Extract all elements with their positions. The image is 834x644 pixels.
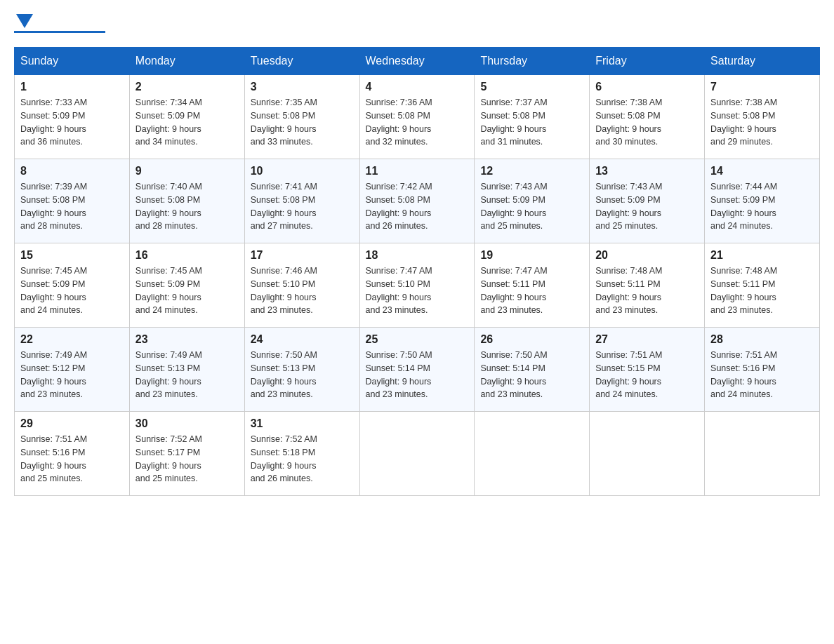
day-number: 27: [595, 333, 699, 346]
day-info: Sunrise: 7:52 AMSunset: 5:17 PMDaylight:…: [135, 433, 239, 485]
day-info: Sunrise: 7:41 AMSunset: 5:08 PMDaylight:…: [251, 180, 354, 233]
day-number: 8: [20, 165, 124, 177]
logo: [14, 14, 105, 33]
day-info: Sunrise: 7:35 AMSunset: 5:08 PMDaylight:…: [251, 96, 354, 149]
table-row: 17Sunrise: 7:46 AMSunset: 5:10 PMDayligh…: [244, 243, 359, 328]
table-row: 28Sunrise: 7:51 AMSunset: 5:16 PMDayligh…: [705, 328, 820, 412]
day-number: 29: [20, 417, 124, 430]
week-row-1: 1Sunrise: 7:33 AMSunset: 5:09 PMDaylight…: [15, 75, 820, 159]
table-row: 15Sunrise: 7:45 AMSunset: 5:09 PMDayligh…: [15, 243, 130, 328]
table-row: 10Sunrise: 7:41 AMSunset: 5:08 PMDayligh…: [244, 159, 359, 243]
day-number: 18: [366, 249, 469, 262]
table-row: 25Sunrise: 7:50 AMSunset: 5:14 PMDayligh…: [359, 328, 475, 412]
day-info: Sunrise: 7:51 AMSunset: 5:15 PMDaylight:…: [595, 349, 699, 401]
table-row: 7Sunrise: 7:38 AMSunset: 5:08 PMDaylight…: [705, 75, 820, 159]
day-number: 28: [710, 333, 814, 346]
col-header-tuesday: Tuesday: [244, 48, 359, 75]
table-row: 23Sunrise: 7:49 AMSunset: 5:13 PMDayligh…: [129, 328, 244, 412]
day-number: 12: [480, 165, 583, 177]
day-info: Sunrise: 7:37 AMSunset: 5:08 PMDaylight:…: [480, 96, 583, 149]
day-info: Sunrise: 7:48 AMSunset: 5:11 PMDaylight:…: [710, 264, 814, 317]
day-info: Sunrise: 7:36 AMSunset: 5:08 PMDaylight:…: [366, 96, 469, 149]
day-number: 5: [480, 81, 583, 93]
day-info: Sunrise: 7:43 AMSunset: 5:09 PMDaylight:…: [480, 180, 583, 233]
day-info: Sunrise: 7:39 AMSunset: 5:08 PMDaylight:…: [20, 180, 124, 233]
table-row: 1Sunrise: 7:33 AMSunset: 5:09 PMDaylight…: [15, 75, 130, 159]
day-number: 30: [135, 417, 239, 430]
table-row: 12Sunrise: 7:43 AMSunset: 5:09 PMDayligh…: [475, 159, 590, 243]
table-row: [590, 412, 705, 496]
day-info: Sunrise: 7:48 AMSunset: 5:11 PMDaylight:…: [595, 264, 699, 317]
table-row: 5Sunrise: 7:37 AMSunset: 5:08 PMDaylight…: [475, 75, 590, 159]
day-info: Sunrise: 7:50 AMSunset: 5:13 PMDaylight:…: [251, 349, 354, 401]
day-info: Sunrise: 7:51 AMSunset: 5:16 PMDaylight:…: [710, 349, 814, 401]
day-number: 19: [480, 249, 583, 262]
day-info: Sunrise: 7:42 AMSunset: 5:08 PMDaylight:…: [366, 180, 469, 233]
day-number: 11: [366, 165, 469, 177]
table-row: 6Sunrise: 7:38 AMSunset: 5:08 PMDaylight…: [590, 75, 705, 159]
table-row: 18Sunrise: 7:47 AMSunset: 5:10 PMDayligh…: [359, 243, 475, 328]
week-row-5: 29Sunrise: 7:51 AMSunset: 5:16 PMDayligh…: [15, 412, 820, 496]
day-number: 25: [366, 333, 469, 346]
day-number: 10: [251, 165, 354, 177]
day-info: Sunrise: 7:51 AMSunset: 5:16 PMDaylight:…: [20, 433, 124, 485]
table-row: 13Sunrise: 7:43 AMSunset: 5:09 PMDayligh…: [590, 159, 705, 243]
day-info: Sunrise: 7:45 AMSunset: 5:09 PMDaylight:…: [135, 264, 239, 317]
col-header-saturday: Saturday: [705, 48, 820, 75]
week-row-2: 8Sunrise: 7:39 AMSunset: 5:08 PMDaylight…: [15, 159, 820, 243]
table-row: 8Sunrise: 7:39 AMSunset: 5:08 PMDaylight…: [15, 159, 130, 243]
col-header-sunday: Sunday: [15, 48, 130, 75]
day-info: Sunrise: 7:52 AMSunset: 5:18 PMDaylight:…: [251, 433, 354, 485]
day-number: 21: [710, 249, 814, 262]
table-row: 2Sunrise: 7:34 AMSunset: 5:09 PMDaylight…: [129, 75, 244, 159]
day-number: 3: [251, 81, 354, 93]
table-row: [359, 412, 475, 496]
col-header-friday: Friday: [590, 48, 705, 75]
table-row: 14Sunrise: 7:44 AMSunset: 5:09 PMDayligh…: [705, 159, 820, 243]
table-row: 22Sunrise: 7:49 AMSunset: 5:12 PMDayligh…: [15, 328, 130, 412]
week-row-4: 22Sunrise: 7:49 AMSunset: 5:12 PMDayligh…: [15, 328, 820, 412]
calendar-table: SundayMondayTuesdayWednesdayThursdayFrid…: [14, 47, 820, 496]
day-info: Sunrise: 7:50 AMSunset: 5:14 PMDaylight:…: [366, 349, 469, 401]
logo-text: [14, 14, 105, 28]
table-row: 31Sunrise: 7:52 AMSunset: 5:18 PMDayligh…: [244, 412, 359, 496]
table-row: 27Sunrise: 7:51 AMSunset: 5:15 PMDayligh…: [590, 328, 705, 412]
col-header-wednesday: Wednesday: [359, 48, 475, 75]
day-info: Sunrise: 7:38 AMSunset: 5:08 PMDaylight:…: [595, 96, 699, 149]
table-row: 4Sunrise: 7:36 AMSunset: 5:08 PMDaylight…: [359, 75, 475, 159]
col-header-monday: Monday: [129, 48, 244, 75]
day-info: Sunrise: 7:50 AMSunset: 5:14 PMDaylight:…: [480, 349, 583, 401]
day-number: 23: [135, 333, 239, 346]
table-row: [705, 412, 820, 496]
day-number: 26: [480, 333, 583, 346]
table-row: 3Sunrise: 7:35 AMSunset: 5:08 PMDaylight…: [244, 75, 359, 159]
day-info: Sunrise: 7:34 AMSunset: 5:09 PMDaylight:…: [135, 96, 239, 149]
day-number: 24: [251, 333, 354, 346]
day-info: Sunrise: 7:38 AMSunset: 5:08 PMDaylight:…: [710, 96, 814, 149]
day-number: 15: [20, 249, 124, 262]
day-info: Sunrise: 7:45 AMSunset: 5:09 PMDaylight:…: [20, 264, 124, 317]
page-header: [14, 14, 820, 33]
table-row: 26Sunrise: 7:50 AMSunset: 5:14 PMDayligh…: [475, 328, 590, 412]
day-number: 20: [595, 249, 699, 262]
table-row: 20Sunrise: 7:48 AMSunset: 5:11 PMDayligh…: [590, 243, 705, 328]
day-number: 31: [251, 417, 354, 430]
day-info: Sunrise: 7:47 AMSunset: 5:10 PMDaylight:…: [366, 264, 469, 317]
day-number: 13: [595, 165, 699, 177]
logo-triangle-icon: [16, 14, 33, 28]
day-number: 22: [20, 333, 124, 346]
table-row: 21Sunrise: 7:48 AMSunset: 5:11 PMDayligh…: [705, 243, 820, 328]
table-row: 9Sunrise: 7:40 AMSunset: 5:08 PMDaylight…: [129, 159, 244, 243]
table-row: 11Sunrise: 7:42 AMSunset: 5:08 PMDayligh…: [359, 159, 475, 243]
day-number: 1: [20, 81, 124, 93]
day-info: Sunrise: 7:33 AMSunset: 5:09 PMDaylight:…: [20, 96, 124, 149]
day-number: 6: [595, 81, 699, 93]
logo-underline: [14, 31, 105, 33]
table-row: [475, 412, 590, 496]
day-number: 9: [135, 165, 239, 177]
day-info: Sunrise: 7:49 AMSunset: 5:13 PMDaylight:…: [135, 349, 239, 401]
table-row: 29Sunrise: 7:51 AMSunset: 5:16 PMDayligh…: [15, 412, 130, 496]
day-number: 2: [135, 81, 239, 93]
table-row: 30Sunrise: 7:52 AMSunset: 5:17 PMDayligh…: [129, 412, 244, 496]
day-number: 14: [710, 165, 814, 177]
